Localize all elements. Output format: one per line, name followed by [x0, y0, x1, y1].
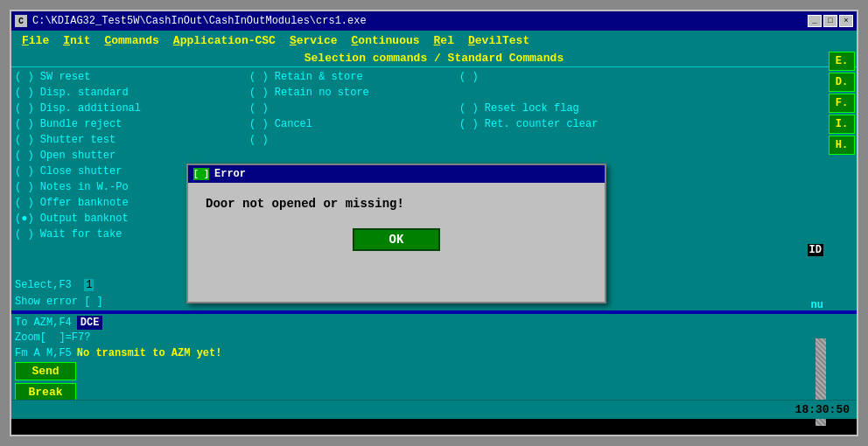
no-transmit-text: No transmit to AZM yet! [77, 347, 222, 359]
menu-init[interactable]: Init [56, 33, 97, 48]
list-item[interactable]: ( ) [249, 101, 452, 116]
menu-service[interactable]: Service [283, 33, 345, 48]
list-item[interactable]: ( ) [459, 69, 853, 85]
side-btn-f[interactable]: F. [829, 94, 855, 113]
status-bar: 18:30:50 [11, 400, 857, 419]
dialog-title: Error [214, 168, 246, 180]
dialog-message: Door not opened or missing! [206, 197, 587, 211]
dce-badge: DCE [77, 316, 103, 330]
title-bar-left: C C:\KDIAG32_Test5W\CashInOut\CashInOutM… [15, 15, 367, 27]
side-buttons-panel: E. D. F. I. H. [827, 50, 857, 157]
break-button[interactable]: Break [15, 383, 76, 401]
dialog-body: Door not opened or missing! [188, 183, 605, 225]
to-azm-label: To AZM,F4 [15, 317, 72, 329]
menu-bar: File Init Commands Application-CSC Servi… [11, 31, 857, 50]
list-item[interactable]: ( ) Bundle reject [15, 116, 242, 132]
main-window: C C:\KDIAG32_Test5W\CashInOut\CashInOutM… [10, 10, 858, 436]
list-item[interactable]: ( ) SW reset [15, 69, 242, 85]
fm-azm-row: Fm A M,F5 No transmit to AZM yet! [15, 347, 853, 359]
to-azm-row: To AZM,F4 DCE [15, 316, 853, 330]
side-btn-d[interactable]: D. [829, 73, 855, 92]
ok-button[interactable]: OK [353, 228, 440, 251]
send-button[interactable]: Send [15, 362, 76, 380]
section-header: Selection commands / Standard Commands [11, 50, 857, 67]
title-buttons: _ □ × [808, 15, 853, 27]
list-item[interactable]: ( ) Retain & store [249, 69, 452, 85]
list-item[interactable]: ( ) Reset lock flag [459, 101, 853, 116]
list-item [459, 148, 853, 164]
title-bar: C C:\KDIAG32_Test5W\CashInOut\CashInOutM… [11, 11, 857, 31]
list-item[interactable]: ( ) Shutter test [15, 132, 242, 148]
zoom-line: Zoom[ ]=F7? [15, 330, 853, 346]
error-dialog: [ ] Error Door not opened or missing! OK [186, 164, 606, 303]
list-item[interactable]: ( ) Disp. standard [15, 85, 242, 101]
menu-commands[interactable]: Commands [97, 33, 165, 48]
menu-continuous[interactable]: Continuous [345, 33, 427, 48]
list-item[interactable]: ( ) Retain no store [249, 85, 452, 101]
list-item[interactable]: ( ) [249, 132, 452, 148]
menu-file[interactable]: File [15, 33, 56, 48]
fm-azm-label: Fm A M,F5 [15, 347, 72, 359]
window-title: C:\KDIAG32_Test5W\CashInOut\CashInOutMod… [32, 15, 367, 27]
select-value: 1 [84, 279, 94, 291]
list-item [459, 85, 853, 101]
menu-rel[interactable]: Rel [427, 33, 461, 48]
list-item[interactable]: ( ) Ret. counter clear [459, 116, 853, 132]
menu-deviltest[interactable]: DevilTest [461, 33, 536, 48]
dialog-indicator: [ ] [193, 168, 209, 180]
side-btn-i[interactable]: I. [829, 115, 855, 134]
close-button[interactable]: × [839, 15, 853, 27]
timestamp: 18:30:50 [795, 403, 850, 416]
minimize-button[interactable]: _ [808, 15, 822, 27]
command-area: To AZM,F4 DCE Zoom[ ]=F7? Fm A M,F5 No t… [11, 314, 857, 402]
dialog-title-bar: [ ] Error [188, 165, 605, 183]
menu-application-csc[interactable]: Application-CSC [166, 33, 283, 48]
button-row: Send [15, 362, 853, 380]
list-item[interactable]: ( ) Open shutter [15, 148, 242, 164]
window-icon: C [15, 15, 27, 27]
main-content: Selection commands / Standard Commands (… [11, 50, 857, 419]
list-item [459, 132, 853, 148]
nu-label: nu [811, 299, 823, 311]
side-btn-e[interactable]: E. [829, 52, 855, 71]
list-item[interactable]: ( ) Disp. additional [15, 101, 242, 116]
dialog-footer: OK [188, 225, 605, 254]
list-item[interactable]: ( ) Cancel [249, 116, 452, 132]
list-item [249, 148, 452, 164]
maximize-button[interactable]: □ [823, 15, 837, 27]
break-row: Break [15, 383, 853, 401]
side-btn-h[interactable]: H. [829, 136, 855, 155]
id-label: ID [808, 244, 823, 256]
show-error-bracket: [ ] [84, 296, 103, 308]
